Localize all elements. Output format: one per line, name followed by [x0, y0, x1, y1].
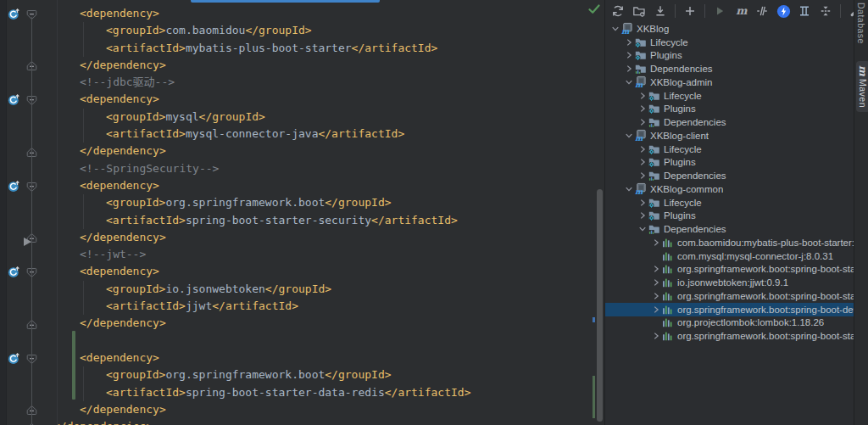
add-button[interactable] — [682, 3, 698, 20]
generate-sources-button[interactable] — [631, 3, 648, 20]
maven-tree-row[interactable]: Dependencies — [605, 222, 854, 236]
tree-item-label: Plugins — [664, 103, 696, 114]
maven-tree-row[interactable]: org.springframework.boot:spring-boot-sta… — [605, 263, 854, 277]
chevron-down-icon[interactable] — [623, 77, 634, 87]
chevron-right-icon[interactable] — [637, 157, 648, 167]
tree-item-label: org.springframework.boot:spring-boot-sta… — [677, 264, 854, 274]
code-line[interactable]: <dependency> — [7, 91, 593, 108]
tab-database[interactable]: Database — [856, 3, 866, 44]
tree-item-label: Dependencies — [664, 224, 726, 234]
code-token: <dependency> — [80, 179, 159, 192]
chevron-right-icon[interactable] — [637, 144, 648, 154]
chevron-right-icon[interactable] — [650, 277, 661, 288]
code-token: </dependency> — [80, 316, 166, 329]
maven-tree-row[interactable]: Plugins — [605, 210, 854, 223]
maven-tree-row[interactable]: Lifecycle — [605, 36, 854, 49]
maven-tree-row[interactable]: org.projectlombok:lombok:1.18.26 — [605, 316, 854, 330]
chevron-right-icon[interactable] — [637, 198, 648, 208]
editor-scrollbar-thumb[interactable] — [597, 189, 603, 422]
code-line[interactable]: <dependency> — [7, 177, 593, 194]
chevron-down-icon[interactable] — [637, 224, 648, 234]
code-line[interactable]: <artifactId>spring-boot-starter-data-red… — [7, 384, 593, 401]
code-line[interactable] — [7, 333, 593, 350]
editor-pane[interactable]: <dependency><groupId>com.baomidou</group… — [7, 0, 604, 425]
chevron-right-icon[interactable] — [623, 37, 634, 48]
module-icon: m — [620, 23, 633, 35]
code-line[interactable]: </dependency> — [7, 315, 593, 332]
code-line[interactable]: </dependency> — [7, 401, 593, 418]
code-line[interactable]: </dependency> — [7, 229, 593, 246]
chevron-right-icon[interactable] — [650, 331, 661, 341]
offline-button[interactable] — [775, 3, 792, 20]
code-line[interactable]: <dependency> — [7, 263, 593, 280]
download-sources-button[interactable] — [652, 3, 669, 20]
left-tool-stripe[interactable] — [0, 0, 7, 425]
code-line[interactable]: <!--jdbc驱动--> — [7, 74, 593, 91]
chevron-right-icon[interactable] — [623, 50, 634, 60]
maven-tree-row[interactable]: com.baomidou:mybatis-plus-boot-starter:3… — [605, 236, 854, 249]
code-line[interactable]: <groupId>org.springframework.boot</group… — [7, 366, 593, 383]
code-line[interactable]: <artifactId>spring-boot-starter-security… — [7, 212, 593, 229]
right-tool-window-stripe: Database m Maven — [854, 0, 868, 425]
chevron-down-icon[interactable] — [623, 184, 634, 194]
maven-tree-row[interactable]: io.jsonwebtoken:jjwt:0.9.1 — [605, 276, 854, 289]
code-line[interactable]: <groupId>com.baomidou</groupId> — [7, 22, 593, 39]
tree-item-label: XKBlog-admin — [650, 77, 713, 87]
code-line[interactable]: </dependency> — [7, 57, 593, 74]
run-button[interactable] — [711, 3, 728, 20]
maven-tree-row[interactable]: Dependencies — [605, 115, 854, 129]
chevron-right-icon[interactable] — [623, 64, 634, 74]
maven-tree-row[interactable]: org.springframework.boot:spring-boot-dev… — [605, 303, 854, 316]
maven-tree-row[interactable]: Lifecycle — [605, 89, 854, 103]
maven-tree-row[interactable]: mXKBlog-admin — [605, 75, 854, 89]
maven-tree-row[interactable]: Dependencies — [605, 62, 854, 75]
maven-tree-row[interactable]: com.mysql:mysql-connector-j:8.0.31 — [605, 249, 854, 263]
maven-tree-row[interactable]: mXKBlog-common — [605, 182, 854, 196]
chevron-down-icon[interactable] — [623, 131, 634, 141]
chevron-right-icon[interactable] — [650, 305, 661, 315]
code-line[interactable]: <!--jwt--> — [7, 246, 593, 263]
code-token: org.springframework.boot — [165, 368, 325, 381]
chevron-right-icon[interactable] — [637, 171, 648, 181]
folder-gear-icon — [648, 143, 660, 155]
maven-tree-row[interactable]: org.springframework.boot:spring-boot-sta… — [605, 289, 854, 303]
maven-tree-row[interactable]: Plugins — [605, 49, 854, 63]
chevron-right-icon[interactable] — [637, 103, 648, 114]
chevron-right-icon[interactable] — [637, 91, 648, 101]
code-line[interactable]: <groupId>org.springframework.boot</group… — [7, 194, 593, 211]
code-line[interactable]: </dependency> — [7, 143, 593, 159]
code-token: <artifactId> — [106, 127, 186, 140]
maven-tree-row[interactable]: Lifecycle — [605, 143, 854, 156]
chevron-right-icon[interactable] — [650, 264, 661, 274]
tab-maven[interactable]: m Maven — [856, 61, 868, 112]
code-line[interactable]: <artifactId>mybatis-plus-boot-starter</a… — [7, 40, 593, 57]
toolbar-separator — [675, 4, 676, 18]
chevron-right-icon[interactable] — [650, 291, 661, 301]
chevron-right-icon[interactable] — [637, 210, 648, 221]
maven-tree-row[interactable]: Plugins — [605, 103, 854, 116]
code-line[interactable]: <!--SpringSecurity--> — [7, 160, 593, 177]
show-deps-button[interactable] — [796, 3, 813, 20]
code-line[interactable]: <groupId>mysql</groupId> — [7, 109, 593, 126]
chevron-right-icon[interactable] — [650, 238, 661, 248]
maven-tree-row[interactable]: mXKBlog — [605, 22, 854, 36]
maven-tree-row[interactable]: Plugins — [605, 156, 854, 170]
chevron-down-icon[interactable] — [609, 24, 620, 34]
code-line[interactable]: <groupId>io.jsonwebtoken</groupId> — [7, 281, 593, 298]
code-line[interactable]: </dependencies> — [7, 418, 593, 425]
collapse-all-button[interactable] — [817, 3, 834, 20]
code-area[interactable]: <dependency><groupId>com.baomidou</group… — [7, 5, 593, 425]
maven-tree-row[interactable]: mXKBlog-client — [605, 129, 854, 143]
execute-goal-button[interactable]: m — [732, 3, 749, 20]
code-line[interactable]: <artifactId>mysql-connector-java</artifa… — [7, 126, 593, 143]
maven-tree-row[interactable]: Lifecycle — [605, 196, 854, 210]
code-line[interactable]: <dependency> — [7, 5, 593, 22]
chevron-right-icon[interactable] — [637, 117, 648, 127]
code-line[interactable]: <dependency> — [7, 350, 593, 366]
skip-tests-button[interactable] — [754, 3, 771, 20]
code-line[interactable]: <artifactId>jjwt</artifactId> — [7, 298, 593, 315]
maven-tree-row[interactable]: Dependencies — [605, 169, 854, 182]
reload-button[interactable] — [609, 3, 626, 20]
settings-button[interactable] — [847, 3, 854, 20]
maven-tree-row[interactable]: org.springframework.boot:spring-boot-sta… — [605, 329, 854, 343]
